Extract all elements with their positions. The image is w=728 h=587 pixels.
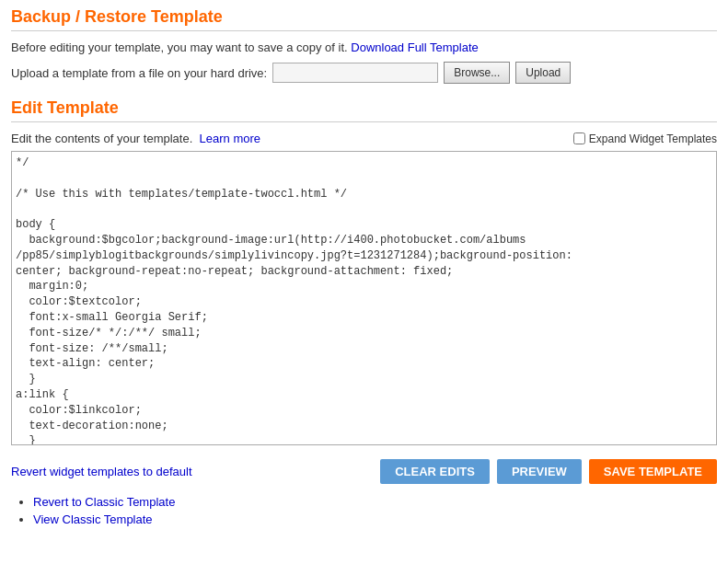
revert-widget-link[interactable]: Revert widget templates to default: [11, 465, 192, 478]
list-item: View Classic Template: [33, 512, 717, 526]
edit-section-header: Edit the contents of your template. Lear…: [11, 132, 717, 145]
backup-title: Backup / Restore Template: [11, 7, 717, 27]
backup-divider: [11, 30, 717, 31]
expand-widget-label: Expand Widget Templates: [589, 132, 717, 145]
bottom-links-list: Revert to Classic Template View Classic …: [11, 495, 717, 526]
expand-widget-row: Expand Widget Templates: [573, 132, 717, 145]
expand-widget-checkbox[interactable]: [573, 132, 585, 144]
upload-button[interactable]: Upload: [515, 62, 571, 84]
upload-label: Upload a template from a file on your ha…: [11, 66, 267, 80]
action-buttons: CLEAR EDITS PREVIEW SAVE TEMPLATE: [380, 459, 717, 484]
browse-button[interactable]: Browse...: [444, 62, 510, 84]
upload-row: Upload a template from a file on your ha…: [11, 62, 717, 84]
backup-section: Backup / Restore Template Before editing…: [11, 7, 717, 84]
template-textarea[interactable]: */ /* Use this with templates/template-t…: [11, 151, 717, 445]
action-row: Revert widget templates to default CLEAR…: [11, 459, 717, 484]
file-input-display: [272, 63, 438, 83]
edit-description: Edit the contents of your template. Lear…: [11, 132, 260, 145]
save-template-button[interactable]: SAVE TEMPLATE: [589, 459, 717, 484]
links-section: Revert to Classic Template View Classic …: [11, 495, 717, 526]
download-full-template-link[interactable]: Download Full Template: [351, 40, 479, 54]
page-wrapper: Backup / Restore Template Before editing…: [0, 0, 728, 587]
list-item: Revert to Classic Template: [33, 495, 717, 509]
clear-edits-button[interactable]: CLEAR EDITS: [380, 459, 490, 484]
backup-description: Before editing your template, you may wa…: [11, 40, 717, 54]
edit-title: Edit Template: [11, 98, 717, 118]
view-classic-link[interactable]: View Classic Template: [33, 512, 153, 526]
revert-classic-link[interactable]: Revert to Classic Template: [33, 495, 175, 509]
edit-divider: [11, 121, 717, 122]
edit-section: Edit Template Edit the contents of your …: [11, 98, 717, 448]
preview-button[interactable]: PREVIEW: [497, 459, 582, 484]
learn-more-link[interactable]: Learn more: [200, 132, 260, 145]
